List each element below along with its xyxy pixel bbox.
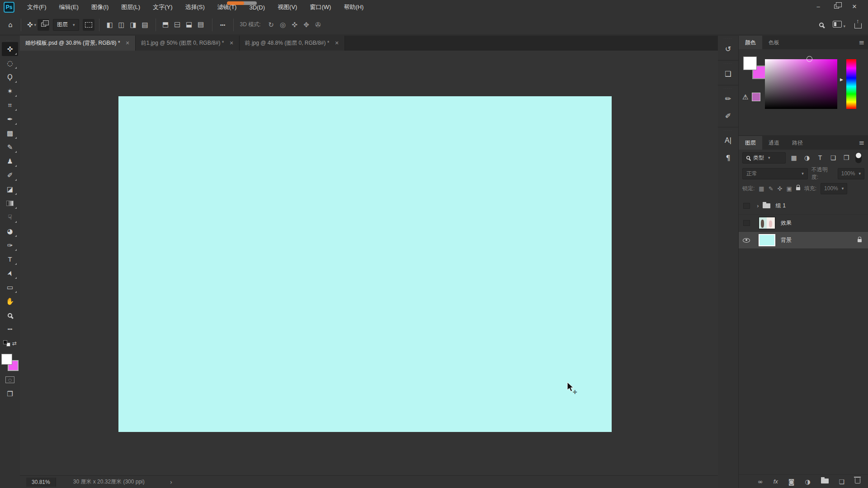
type-tool[interactable]: T [2,252,18,266]
3d-camera-button[interactable]: ✇ [312,19,324,31]
foreground-color-swatch[interactable] [743,56,757,70]
edit-toolbar-button[interactable]: ••• [2,322,18,336]
gamut-safe-swatch[interactable] [752,93,760,101]
shape-tool[interactable]: ▭ [2,280,18,294]
color-picker-ring[interactable] [807,56,812,62]
group-expand-chevron[interactable]: › [757,203,759,209]
menu-file[interactable]: 文件(F) [21,0,53,14]
layer-row-effect[interactable]: 效果 [739,215,868,232]
lock-paint-button[interactable]: ✎ [769,185,774,192]
smudge-tool[interactable]: ☟ [2,210,18,224]
align-center-h-button[interactable]: ◫ [116,19,127,31]
menu-select[interactable]: 选择(S) [179,0,211,14]
layer-row-background[interactable]: 背景 [739,232,868,249]
move-tool[interactable]: ✜ [2,42,18,56]
clone-stamp-tool[interactable]: ♟ [2,154,18,168]
dock-grip[interactable]: ∙∙∙∙∙ [724,61,733,65]
lock-all-button[interactable] [796,187,800,190]
home-button[interactable]: ⌂ [5,19,16,31]
visibility-toggle[interactable] [739,203,754,209]
visibility-toggle[interactable] [739,238,754,243]
status-options-chevron[interactable]: › [170,479,173,486]
align-right-button[interactable]: ◨ [127,19,139,31]
brush-settings-panel-button[interactable]: ✏ [719,90,737,107]
warning-icon[interactable]: ⚠ [742,93,748,101]
lock-transparency-button[interactable]: ▦ [759,185,764,192]
toolbar-grip[interactable]: ∙∙∙∙ [6,38,14,42]
history-brush-tool[interactable]: ✐ [2,168,18,182]
adjustment-layer-button[interactable]: ◑ [805,478,810,485]
link-layers-button[interactable]: ∞ [758,478,763,485]
align-middle-button[interactable]: ◫ [172,19,184,31]
zoom-level-field[interactable]: 30.81% [26,478,56,487]
3d-panel-button[interactable]: ❑ [719,65,737,82]
dock-grip[interactable]: ∙∙∙∙∙ [724,128,733,132]
3d-roll-button[interactable]: ◎ [277,19,289,31]
menu-view[interactable]: 视图(V) [271,0,303,14]
new-group-button[interactable] [821,478,829,485]
dock-grip[interactable]: ∙∙∙∙∙ [724,37,733,40]
lock-artboard-button[interactable]: ▣ [786,185,792,192]
move-tool-preset[interactable]: ✜▾ [26,19,38,31]
menu-help[interactable]: 帮助(H) [337,0,370,14]
close-button[interactable]: ✕ [845,0,863,13]
document-tab-3[interactable]: 前.jpg @ 48.8% (图层 0, RGB/8#) * ✕ [240,36,345,51]
character-panel-button[interactable]: A| [719,132,737,149]
lock-position-button[interactable]: ✜ [778,185,783,192]
healing-brush-tool[interactable]: ▩ [2,126,18,140]
filter-shape-layers-button[interactable]: ❏ [828,154,838,161]
magic-wand-tool[interactable]: ✶ [2,84,18,98]
auto-select-target-dropdown[interactable]: 图层▾ [53,19,79,31]
filter-type-layers-button[interactable]: T [815,154,825,161]
visibility-toggle[interactable] [739,220,754,226]
distribute-h-button[interactable]: ▤ [139,19,151,31]
3d-pan-button[interactable]: ✜ [289,19,301,31]
layer-thumbnail[interactable] [759,217,775,229]
more-align-options-button[interactable]: ••• [217,19,229,31]
workspace-switcher[interactable]: ▾ [833,21,845,29]
filter-pixel-layers-button[interactable]: ▦ [789,154,799,161]
canvas[interactable] [118,96,612,432]
3d-orbit-button[interactable]: ↻ [265,19,277,31]
document-tab-2[interactable]: 前1.jpg @ 50% (图层 0, RGB/8#) * ✕ [136,36,240,51]
crop-tool[interactable]: ⌗ [2,98,18,112]
brushes-panel-button[interactable]: ✐ [719,107,737,124]
close-tab-icon[interactable]: ✕ [126,40,130,46]
restore-button[interactable] [827,0,845,13]
align-bottom-button[interactable]: ◨ [184,19,196,31]
show-transform-controls-toggle[interactable] [83,19,94,31]
dock-grip[interactable]: ∙∙∙∙∙ [724,86,733,90]
tab-layers[interactable]: 图层 [739,136,762,150]
minimize-button[interactable]: – [809,0,827,13]
search-button[interactable] [819,22,824,28]
eraser-tool[interactable]: ◪ [2,182,18,196]
menu-edit[interactable]: 编辑(E) [53,0,85,14]
menu-layer[interactable]: 图层(L) [115,0,146,14]
layer-filter-type-dropdown[interactable]: 类型 ▾ [742,152,786,164]
tab-paths[interactable]: 路径 [786,136,809,150]
tab-color[interactable]: 颜色 [739,36,762,49]
marquee-tool[interactable]: ◌ [2,56,18,70]
gradient-tool[interactable] [2,196,18,210]
align-top-button[interactable]: ◧ [160,19,172,31]
distribute-v-button[interactable]: ▥ [196,19,208,31]
hue-slider[interactable] [846,59,856,109]
dodge-tool[interactable]: ◕ [2,224,18,238]
filter-adjustment-layers-button[interactable]: ◑ [802,154,812,161]
layer-thumbnail[interactable] [759,234,775,246]
panel-menu-icon[interactable]: ≡ [859,36,864,49]
default-colors-button[interactable]: ⇄ [2,336,18,350]
screen-mode-button[interactable]: ❐ [2,387,18,401]
pen-tool[interactable]: ✑ [2,238,18,252]
swap-colors-icon[interactable]: ⇄ [12,340,17,347]
close-tab-icon[interactable]: ✕ [229,40,233,46]
filter-toggle-switch[interactable] [855,152,862,163]
tab-channels[interactable]: 通道 [762,136,786,150]
menu-window[interactable]: 窗口(W) [303,0,337,14]
menu-type[interactable]: 文字(Y) [146,0,179,14]
hand-tool[interactable]: ✋ [2,294,18,308]
share-button[interactable] [854,20,862,30]
paragraph-panel-button[interactable]: ¶ [719,149,737,166]
align-left-button[interactable]: ◧ [104,19,116,31]
lasso-tool[interactable]: Ϙ [2,70,18,84]
